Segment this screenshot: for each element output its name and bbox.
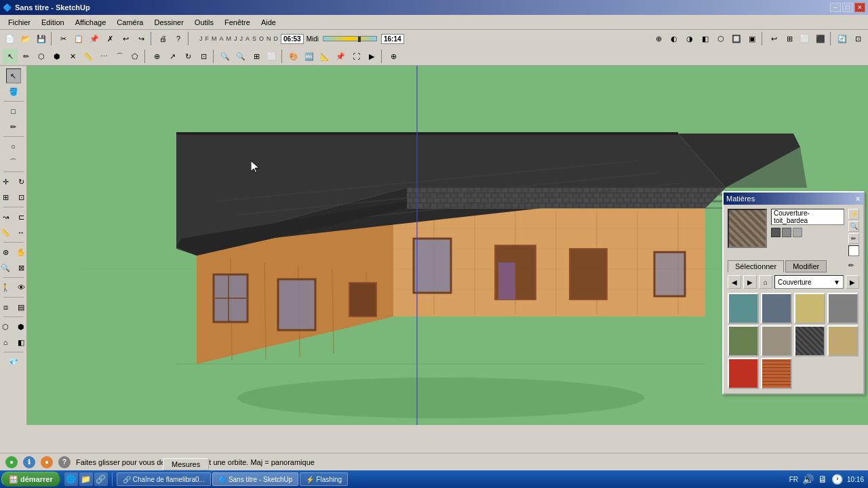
swatch-green[interactable] bbox=[728, 325, 759, 357]
box-tool[interactable]: □ bbox=[6, 104, 21, 119]
nav-right-button[interactable]: ▶ bbox=[846, 275, 859, 289]
tb2-3[interactable]: ⬡ bbox=[34, 49, 49, 64]
tb2-14[interactable]: 🔍 bbox=[218, 49, 233, 64]
tb-right-2[interactable]: ◐ bbox=[667, 31, 682, 46]
swatch-shingle[interactable] bbox=[794, 325, 825, 357]
follow-me-tool[interactable]: ↝ bbox=[0, 209, 13, 224]
tb-right-8[interactable]: ↩ bbox=[766, 31, 781, 46]
tb2-6[interactable]: 📏 bbox=[81, 49, 96, 64]
component-tool[interactable]: ⬡ bbox=[0, 319, 13, 334]
swatch-stone[interactable] bbox=[761, 325, 792, 357]
tb2-7[interactable]: ⋯ bbox=[96, 49, 111, 64]
print-button[interactable]: 🖨 bbox=[155, 31, 170, 46]
status-icon-blue[interactable]: ℹ bbox=[23, 456, 35, 468]
tb-right-5[interactable]: ⬡ bbox=[713, 31, 728, 46]
help-button[interactable]: ? bbox=[171, 31, 186, 46]
tb-right-9[interactable]: ⊞ bbox=[782, 31, 797, 46]
ie-icon[interactable]: 🌐 bbox=[64, 472, 78, 486]
tab-selectionner[interactable]: Sélectionner bbox=[728, 260, 784, 272]
edit-pencil-icon[interactable]: ✏ bbox=[848, 262, 859, 272]
cut-button[interactable]: ✂ bbox=[56, 31, 71, 46]
folder-icon[interactable]: 📁 bbox=[79, 472, 93, 486]
tb2-18[interactable]: 🎨 bbox=[286, 49, 301, 64]
color-chip-mid[interactable] bbox=[782, 228, 791, 237]
group-tool[interactable]: ⬢ bbox=[14, 319, 27, 334]
swatch-teal[interactable] bbox=[728, 293, 759, 324]
nav-forward-button[interactable]: ▶ bbox=[743, 275, 757, 289]
status-icon-help[interactable]: ? bbox=[58, 456, 71, 468]
orbit-tool[interactable]: ⊛ bbox=[0, 245, 13, 260]
arrow-tool[interactable]: ↖ bbox=[6, 68, 21, 83]
tb-right-7[interactable]: ▣ bbox=[745, 31, 760, 46]
tb2-11[interactable]: ↗ bbox=[165, 49, 180, 64]
tb2-17[interactable]: ⬜ bbox=[264, 49, 279, 64]
mat-icon-3[interactable]: ✏ bbox=[848, 233, 859, 244]
mesures-tab[interactable]: Mesures bbox=[163, 458, 209, 470]
menu-fichier[interactable]: Fichier bbox=[3, 17, 36, 28]
arc-tool[interactable]: ⌒ bbox=[6, 155, 21, 169]
materials-category-dropdown[interactable]: Couverture ▼ bbox=[774, 275, 844, 289]
move-tool[interactable]: ✛ bbox=[0, 174, 13, 189]
tb2-24[interactable]: ⊕ bbox=[386, 49, 401, 64]
circle-tool[interactable]: ○ bbox=[6, 139, 21, 154]
tb2-16[interactable]: ⊞ bbox=[249, 49, 264, 64]
taskbar-app-flashing[interactable]: ⚡ Flashing bbox=[300, 472, 348, 486]
menu-dessiner[interactable]: Dessiner bbox=[149, 17, 189, 28]
tb-right-11[interactable]: ⬛ bbox=[813, 31, 828, 46]
open-button[interactable]: 📂 bbox=[18, 31, 33, 46]
offset-tool[interactable]: ⊏ bbox=[14, 209, 27, 224]
lookaround-tool[interactable]: 👁 bbox=[14, 280, 27, 295]
save-button[interactable]: 💾 bbox=[34, 31, 49, 46]
tb-right-1[interactable]: ⊕ bbox=[651, 31, 666, 46]
left-tb-extra[interactable]: ◧ bbox=[14, 335, 27, 350]
tb2-4[interactable]: ⬢ bbox=[50, 49, 64, 64]
tray-volume-icon[interactable]: 🔊 bbox=[802, 474, 814, 485]
section-plane-tool[interactable]: ⧈ bbox=[0, 300, 13, 314]
tb2-9[interactable]: ⬠ bbox=[127, 49, 142, 64]
pan-tool[interactable]: ✋ bbox=[14, 245, 27, 260]
menu-edition[interactable]: Edition bbox=[36, 17, 70, 28]
materials-close-button[interactable]: ✕ bbox=[855, 195, 861, 203]
pencil-tool[interactable]: ✏ bbox=[6, 119, 21, 134]
minimize-button[interactable]: – bbox=[830, 3, 841, 12]
swatch-tan[interactable] bbox=[794, 293, 825, 324]
tb-right-13[interactable]: ⊡ bbox=[850, 31, 865, 46]
nav-back-button[interactable]: ◀ bbox=[728, 275, 741, 289]
menu-outils[interactable]: Outils bbox=[189, 17, 219, 28]
dimension-tool[interactable]: ↔ bbox=[14, 225, 27, 240]
home-btn[interactable]: ⌂ bbox=[0, 335, 13, 350]
materials-name-field[interactable]: Couverture-toit_bardea bbox=[771, 209, 844, 225]
tray-network-icon[interactable]: 🖥 bbox=[818, 474, 827, 485]
ruby-btn[interactable]: 💎 bbox=[6, 354, 21, 369]
swatch-red[interactable] bbox=[728, 358, 759, 389]
mat-icon-4[interactable] bbox=[848, 245, 859, 256]
menu-camera[interactable]: Caméra bbox=[111, 17, 149, 28]
zoom-tool[interactable]: 🔍 bbox=[0, 260, 13, 275]
copy-button[interactable]: 📋 bbox=[71, 31, 86, 46]
browser-icon[interactable]: 🔗 bbox=[94, 472, 108, 486]
tb-right-3[interactable]: ◑ bbox=[682, 31, 697, 46]
menu-fenetre[interactable]: Fenêtre bbox=[219, 17, 256, 28]
start-button[interactable]: 🪟 démarrer bbox=[1, 472, 60, 487]
paint-bucket-tool[interactable]: 🪣 bbox=[6, 84, 21, 99]
redo-button[interactable]: ↪ bbox=[134, 31, 149, 46]
tb2-23[interactable]: ▶ bbox=[364, 49, 379, 64]
select-tool[interactable]: ↖ bbox=[3, 49, 18, 64]
tb2-2[interactable]: ✏ bbox=[18, 49, 33, 64]
tb-right-12[interactable]: 🔄 bbox=[835, 31, 850, 46]
swatch-blue-gray[interactable] bbox=[761, 293, 792, 324]
menu-aide[interactable]: Aide bbox=[256, 17, 281, 28]
walkthrough-tool[interactable]: 🚶 bbox=[0, 280, 13, 295]
swatch-gray[interactable] bbox=[827, 293, 859, 324]
scale-tool[interactable]: ⊞ bbox=[0, 190, 13, 205]
nav-home-button[interactable]: ⌂ bbox=[759, 275, 772, 289]
tb2-19[interactable]: 🔤 bbox=[302, 49, 317, 64]
taskbar-app-chain[interactable]: 🔗 Chaîne de flamelibra0... bbox=[117, 472, 211, 486]
tab-modifier[interactable]: Modifier bbox=[785, 260, 827, 272]
tb2-13[interactable]: ⊡ bbox=[196, 49, 211, 64]
color-chip-dark[interactable] bbox=[771, 228, 781, 237]
section-cut-tool[interactable]: ▤ bbox=[14, 300, 27, 314]
close-button[interactable]: ✕ bbox=[854, 3, 865, 12]
maximize-button[interactable]: □ bbox=[842, 3, 853, 12]
undo-button[interactable]: ↩ bbox=[118, 31, 133, 46]
